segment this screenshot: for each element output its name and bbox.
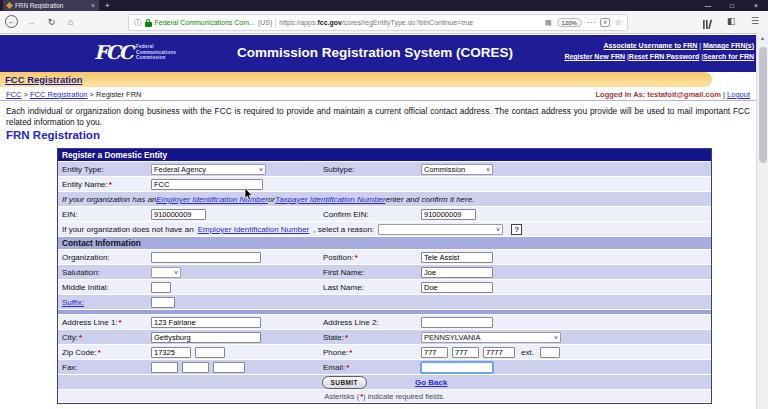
logged-in-label: Logged In As: [596,90,646,99]
url-domain: fcc.gov [317,19,342,26]
address-line1-input[interactable] [151,317,261,328]
reader-mode-icon[interactable]: ▤ [545,19,552,27]
back-button[interactable]: ← [5,15,18,28]
identity-country: (US) [258,19,272,26]
zoom-indicator[interactable]: 120% [557,18,582,27]
suffix-input[interactable] [151,297,175,308]
minimize-button[interactable]: — [696,0,720,11]
sidebar-toggle-icon[interactable]: ◧ [727,16,736,26]
bookmark-star-icon[interactable]: ☆ [615,18,622,27]
fax-label: Fax: [62,363,78,372]
salutation-select[interactable]: ∨ [151,267,181,278]
position-label: Position: [323,253,354,262]
breadcrumb-link-fcc-registration[interactable]: FCC Registration [30,90,88,99]
breadcrumb-link-fcc[interactable]: FCC [6,90,21,99]
page-actions-icon[interactable]: ⋯ [587,18,596,27]
tin-link[interactable]: Taxpayer Identification Number [275,195,385,204]
forward-button[interactable]: → [24,15,39,29]
new-tab-button[interactable]: + [105,0,110,11]
link-associate-username[interactable]: Associate Username to FRN [604,42,698,49]
ext-label: ext. [521,348,534,357]
header-nav: Associate Username to FRN | Manage FRN(s… [564,40,754,62]
scrollbar[interactable]: ▲ [756,33,768,409]
last-name-input[interactable] [421,282,493,293]
identity-label[interactable]: Federal Communications Com... [155,19,255,26]
help-icon[interactable]: ? [511,224,522,235]
email-input[interactable] [421,362,493,373]
scrollbar-thumb[interactable] [759,47,767,163]
reason-select[interactable]: ∨ [378,224,503,235]
cores-title: Commission Registration System (CORES) [180,45,570,60]
ein-reason-link[interactable]: Employer Identification Number [198,225,310,234]
required-asterisk: * [355,253,358,262]
link-reset-frn-password[interactable]: Reset FRN Password [629,53,699,60]
logged-in-user: testafoit@gmail.com [645,90,721,99]
position-input[interactable] [421,252,493,263]
required-asterisk: * [349,348,352,357]
entity-type-select[interactable]: Federal Agency∨ [151,164,266,175]
page-title: FRN Registration [6,129,100,141]
confirm-ein-input[interactable] [421,209,476,220]
city-input[interactable] [151,332,261,343]
library-icon[interactable] [702,16,713,34]
first-name-label: First Name: [323,268,364,277]
link-register-new-frn[interactable]: Register New FRN [564,53,625,60]
scrollbar-up-arrow[interactable]: ▲ [760,35,765,41]
link-search-for-frn[interactable]: Search for FRN [703,53,754,60]
logout-link[interactable]: Logout [727,90,750,99]
breadcrumb-current: Register FRN [96,90,141,99]
middle-initial-label: Middle Initial: [62,283,109,292]
address-line2-input[interactable] [421,317,493,328]
breadcrumb-separator: > [21,90,30,99]
state-value: PENNSYLVANIA [424,333,480,342]
contact-section-header: Contact Information [58,237,711,250]
state-select[interactable]: PENNSYLVANIA∨ [421,332,561,343]
identity-info-icon[interactable]: ⓘ [134,18,142,28]
submit-button[interactable]: SUBMIT [322,376,367,389]
fax-prefix-input[interactable] [182,362,209,373]
salutation-label: Salutation: [62,268,100,277]
zip4-input[interactable] [195,347,225,358]
url-separator [275,18,276,28]
home-button[interactable]: ⌂ [63,15,78,29]
fcc-registration-banner-link[interactable]: FCC Registration [5,74,83,85]
breadcrumb-separator: > [88,90,97,99]
url-path: /cores/regEntityType.do?btnContinue=true [342,19,473,26]
url-text[interactable]: https://apps.fcc.gov/cores/regEntityType… [279,19,473,26]
menu-button[interactable]: ☰ [751,16,759,26]
fax-area-input[interactable] [151,362,178,373]
entity-name-row: Entity Name:* [58,177,711,192]
salutation-row: Salutation: ∨ First Name: [58,265,711,280]
phone-prefix-input[interactable] [452,347,479,358]
maximize-button[interactable]: □ [720,0,744,11]
phone-area-input[interactable] [421,347,448,358]
zip-phone-row: Zip Code:* Phone:* ext. [58,345,711,360]
middle-initial-input[interactable] [151,282,171,293]
close-button[interactable]: × [744,0,768,11]
suffix-link[interactable]: Suffix: [62,298,84,307]
subtype-value: Commission [424,165,465,174]
first-name-input[interactable] [421,267,493,278]
go-back-link[interactable]: Go Back [415,378,447,387]
fax-line-input[interactable] [213,362,245,373]
browser-tab[interactable]: FRN Registration × [3,0,99,11]
ein-input[interactable] [151,209,206,220]
ein-row: EIN: Confirm EIN: [58,207,711,222]
zip-input[interactable] [151,347,191,358]
url-bar[interactable]: ⓘ Federal Communications Com... (US) htt… [128,14,628,31]
phone-ext-input[interactable] [540,347,560,358]
subtype-select[interactable]: Commission∨ [421,164,493,175]
breadcrumb-row: FCC > FCC Registration > Register FRN Lo… [0,88,756,101]
address-line1-label: Address Line 1: [62,318,118,327]
required-footnote: Asterisks (*) indicate required fields. [58,390,711,403]
pocket-icon[interactable]: ∨ [600,18,609,27]
footnote-text: Asterisks ( [324,392,359,401]
window-controls: — □ × [696,0,768,11]
tab-close-icon[interactable]: × [91,0,95,11]
required-asterisk: * [345,333,348,342]
link-manage-frns[interactable]: Manage FRN(s) [703,42,754,49]
organization-input[interactable] [151,252,261,263]
phone-line-input[interactable] [483,347,515,358]
email-label: Email: [323,363,345,372]
reload-button[interactable]: ↻ [44,15,59,29]
